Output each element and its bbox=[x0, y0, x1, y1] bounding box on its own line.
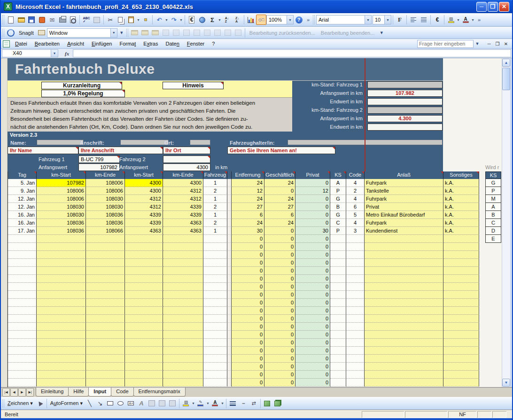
ort-value-cell[interactable]: Ihr Ort bbox=[163, 147, 210, 154]
cell-anl[interactable]: Fuhrpark bbox=[365, 219, 443, 227]
cell-tag[interactable] bbox=[8, 331, 37, 339]
cell-ks[interactable] bbox=[330, 243, 346, 251]
cell-gap[interactable] bbox=[227, 227, 232, 235]
cell-ke1[interactable] bbox=[86, 355, 125, 363]
cell-ks1[interactable] bbox=[37, 323, 86, 331]
cell-anl[interactable]: Metro Einkauf Bürobedarf bbox=[365, 211, 443, 219]
cell-ks[interactable]: P bbox=[330, 187, 346, 195]
cell-ks2[interactable] bbox=[125, 371, 163, 379]
km-value-cell[interactable] bbox=[367, 98, 443, 105]
sheet-tab-input[interactable]: Input bbox=[88, 388, 111, 397]
font-name-select[interactable]: Arial▼ bbox=[316, 15, 372, 24]
column-header-ke2[interactable]: km-Ende bbox=[163, 171, 203, 179]
cell-ks1[interactable] bbox=[37, 243, 86, 251]
scroll-up-icon[interactable]: ▲ bbox=[502, 59, 510, 67]
cell-gap[interactable] bbox=[227, 251, 232, 259]
snagit-mode-select[interactable]: Window▼ bbox=[47, 28, 117, 38]
name-box-dropdown-icon[interactable]: ▼ bbox=[51, 49, 58, 57]
cell-priv[interactable]: 0 bbox=[295, 283, 330, 291]
cell-ks2[interactable] bbox=[125, 267, 163, 275]
cell-priv[interactable]: 0 bbox=[295, 251, 330, 259]
cell-ges[interactable]: 0 bbox=[264, 379, 295, 387]
cell-fz[interactable]: 2 bbox=[203, 203, 227, 211]
cell-ke2[interactable] bbox=[163, 371, 203, 379]
insert-function-icon[interactable]: fx bbox=[65, 51, 69, 56]
cell-ent[interactable]: 0 bbox=[232, 299, 264, 307]
cell-fz[interactable] bbox=[203, 307, 227, 315]
cell-priv[interactable]: 0 bbox=[295, 203, 330, 211]
cell-fz[interactable] bbox=[203, 291, 227, 299]
cell-code[interactable] bbox=[346, 267, 365, 275]
cell-ks1[interactable] bbox=[37, 299, 86, 307]
sheet-tab-entfernungsmatrix[interactable]: Entfernungsmatrix bbox=[133, 388, 186, 397]
cell-ke2[interactable] bbox=[163, 259, 203, 267]
cell-ges[interactable]: 0 bbox=[264, 291, 295, 299]
toolbar-options-icon[interactable]: ▾ bbox=[378, 30, 385, 36]
cell-ke1[interactable]: 108066 bbox=[86, 227, 125, 235]
cell-anl[interactable] bbox=[365, 235, 443, 243]
cell-anl[interactable] bbox=[365, 243, 443, 251]
cell-ges[interactable]: 24 bbox=[264, 179, 295, 187]
cell-tag[interactable] bbox=[8, 275, 37, 283]
ks-legend-cell[interactable]: B bbox=[485, 211, 501, 219]
cell-anl[interactable] bbox=[365, 323, 443, 331]
cell-fz[interactable] bbox=[203, 379, 227, 387]
format-painter-icon[interactable] bbox=[140, 15, 151, 25]
cell-ks1[interactable] bbox=[37, 339, 86, 347]
cell-ent[interactable]: 0 bbox=[232, 339, 264, 347]
cell-ke1[interactable] bbox=[86, 339, 125, 347]
column-header-tag[interactable]: Tag bbox=[8, 171, 37, 179]
cell-anl[interactable] bbox=[365, 259, 443, 267]
km-value-cell[interactable]: 4.300 bbox=[367, 115, 443, 122]
tab-last-icon[interactable]: ▶| bbox=[26, 388, 34, 397]
cell-ks2[interactable] bbox=[125, 235, 163, 243]
cell-ke1[interactable] bbox=[86, 315, 125, 323]
cell-ges[interactable]: 0 bbox=[264, 251, 295, 259]
cell-ent[interactable]: 27 bbox=[232, 203, 264, 211]
cell-anl[interactable] bbox=[365, 339, 443, 347]
cell-ke2[interactable] bbox=[163, 331, 203, 339]
cell-ent[interactable]: 0 bbox=[232, 371, 264, 379]
cell-gap[interactable] bbox=[227, 219, 232, 227]
cell-ks1[interactable] bbox=[37, 331, 86, 339]
cell-ke2[interactable] bbox=[163, 243, 203, 251]
cell-ks2[interactable] bbox=[125, 283, 163, 291]
cell-son[interactable]: k.A. bbox=[443, 227, 479, 235]
column-header-ke1[interactable]: km-Ende bbox=[86, 171, 125, 179]
column-header-fz[interactable]: Fahrzeug bbox=[203, 171, 227, 179]
cell-fz[interactable] bbox=[203, 339, 227, 347]
cell-ke2[interactable] bbox=[163, 323, 203, 331]
cell-fz[interactable]: 2 bbox=[203, 219, 227, 227]
shadow-style-icon[interactable] bbox=[262, 398, 272, 409]
cell-gap[interactable] bbox=[227, 299, 232, 307]
cell-ks1[interactable]: 108036 bbox=[37, 219, 86, 227]
cell-ke2[interactable]: 4363 bbox=[163, 227, 203, 235]
cell-code[interactable]: 5 bbox=[346, 211, 365, 219]
cell-fz[interactable] bbox=[203, 371, 227, 379]
hinweis-button[interactable]: Hinweis bbox=[163, 82, 224, 89]
cell-fz[interactable] bbox=[203, 243, 227, 251]
euro-convert-icon[interactable]: € bbox=[187, 15, 197, 25]
cell-ks1[interactable]: 108030 bbox=[37, 203, 86, 211]
cell-ke1[interactable]: 108030 bbox=[86, 195, 125, 203]
cell-tag[interactable] bbox=[8, 323, 37, 331]
cell-son[interactable] bbox=[443, 283, 479, 291]
align-center-icon[interactable] bbox=[419, 15, 429, 25]
print-icon[interactable] bbox=[57, 15, 68, 25]
cell-ke1[interactable] bbox=[86, 331, 125, 339]
vertical-scrollbar[interactable]: ▲ ▼ bbox=[502, 58, 510, 387]
cell-ges[interactable]: 0 bbox=[264, 235, 295, 243]
font-color-icon[interactable]: A bbox=[460, 15, 471, 25]
column-header-code[interactable]: Code bbox=[346, 171, 365, 179]
autosum-dropdown[interactable]: ▼ bbox=[218, 15, 222, 25]
km-value-cell[interactable] bbox=[367, 81, 443, 88]
menu-einfgen[interactable]: Einfügen bbox=[88, 40, 116, 47]
cell-code[interactable]: 6 bbox=[346, 203, 365, 211]
cell-priv[interactable]: 0 bbox=[295, 275, 330, 283]
cell-anl[interactable]: Fuhrpark bbox=[365, 195, 443, 203]
cell-ks2[interactable] bbox=[125, 299, 163, 307]
close-button[interactable]: ✕ bbox=[499, 2, 509, 12]
cell-ke2[interactable] bbox=[163, 307, 203, 315]
cell-ges[interactable]: 24 bbox=[264, 219, 295, 227]
km-value-cell[interactable]: 107.982 bbox=[367, 90, 443, 97]
